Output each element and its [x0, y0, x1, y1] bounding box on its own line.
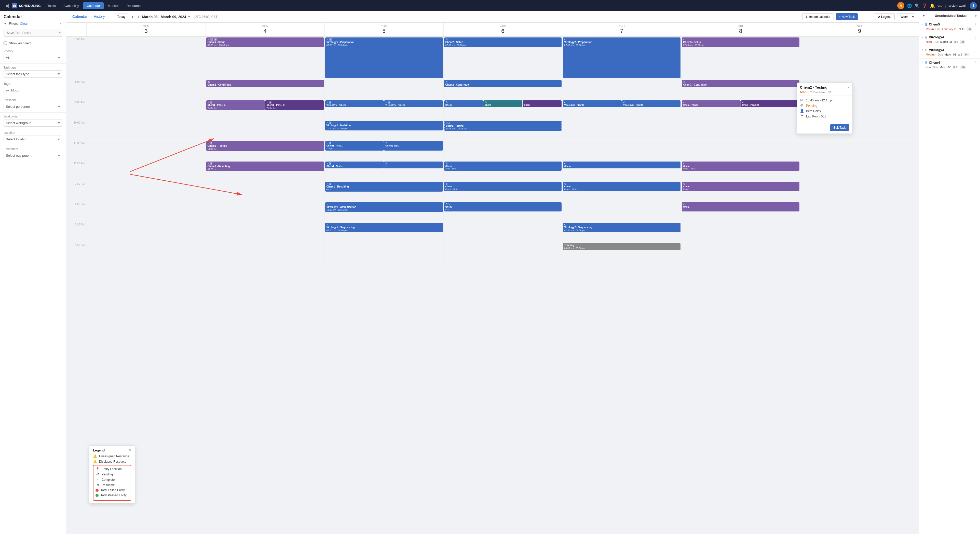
task-card[interactable]: ✓ 8 Virology1 - Isolation 10:30 am - 12:…: [325, 121, 443, 131]
cell-sun-9am[interactable]: [87, 100, 205, 120]
task-card[interactable]: ⏱ Chem2 - Setup 07:00 am - 08:00 am: [444, 37, 562, 47]
task-card[interactable]: ✓ 4 Virology1 - Pipette: [384, 100, 442, 107]
cell-fri-4pm[interactable]: [681, 242, 800, 263]
workgroup-select[interactable]: Select workgroup: [3, 119, 62, 127]
cell-wed-3pm[interactable]: [443, 222, 562, 242]
task-type-select[interactable]: Select task type: [3, 70, 62, 78]
cell-thu-7am[interactable]: ⏱ Virology2 - Preparation 07:00 am - 09:…: [562, 37, 681, 80]
cell-fri-9am[interactable]: ⏱ Chem - Panel ⏱ Chem - Panel C: [681, 100, 800, 120]
unscheduled-item-chem5[interactable]: › ⛓ Chem5 ⋮ Rerun Due February 28 ⊞ 11 9…: [919, 21, 980, 33]
today-button[interactable]: Today: [114, 13, 129, 20]
task-card[interactable]: ⏱ Chem 02:0...: [682, 202, 799, 212]
cell-tue-10am[interactable]: ✓ 8 Virology1 - Isolation 10:30 am - 12:…: [325, 120, 443, 140]
task-card[interactable]: ✓ 6 Chem1 - Test... -15 p...: [325, 141, 384, 151]
cell-thu-10am[interactable]: [562, 120, 681, 140]
cell-thu-8am[interactable]: [562, 80, 681, 100]
priority-select[interactable]: All: [3, 54, 62, 61]
task-card[interactable]: ⏱ Chem3 - Centrifuge: [682, 80, 799, 87]
cell-sat-1pm[interactable]: [800, 182, 919, 202]
cell-sat-12pm[interactable]: [800, 161, 919, 182]
cell-thu-1pm[interactable]: ⏱ Chem Resul... 01:3...: [562, 182, 681, 202]
task-card[interactable]: ⏱ Chem: [563, 161, 681, 168]
sub-tab-calendar[interactable]: Calendar: [70, 13, 90, 20]
cell-mon-4pm[interactable]: [205, 242, 325, 263]
cell-wed-2pm[interactable]: ⏱⚠ Chem 02:0...: [443, 202, 562, 222]
new-task-button[interactable]: + New Task: [836, 13, 858, 21]
cell-sat-4pm[interactable]: [800, 242, 919, 263]
back-button[interactable]: ◀: [3, 2, 11, 10]
cell-sun-7am[interactable]: [87, 37, 205, 80]
task-card[interactable]: ⏱ 1: [384, 161, 442, 168]
task-card[interactable]: ✓ 6 Chem1 - Panel C 09:30 a...: [265, 100, 324, 110]
task-card[interactable]: Training 04:00 pm - 05:30 pm: [563, 243, 681, 250]
task-card[interactable]: ⏱⚠ Chem 02:0...: [444, 202, 562, 212]
task-card[interactable]: ⏱ Virology2 - Sequencing 02:30 pm - 04:0…: [563, 223, 681, 232]
cell-wed-9am[interactable]: ⏱ Chem ⏱ Chem ⏱ Chem: [443, 100, 562, 120]
cell-tue-11am[interactable]: ✓ 6 Chem1 - Test... -15 p... ⏱ Chem2 Tes…: [325, 140, 443, 161]
cell-tue-12pm[interactable]: ✓ 6 Chem1 - Testi... ⏱ 1: [325, 161, 443, 182]
cell-wed-11am[interactable]: [443, 140, 562, 161]
cell-fri-3pm[interactable]: [681, 222, 800, 242]
cell-thu-12pm[interactable]: ⏱ Chem: [562, 161, 681, 182]
cell-wed-10am[interactable]: ⏱⚠ Chem2 - Testing 10:45 am - 12:15 pm: [443, 120, 562, 140]
cell-sun-8am[interactable]: [87, 80, 205, 100]
help-icon[interactable]: ❓: [922, 3, 927, 8]
prev-week-button[interactable]: ‹: [130, 14, 135, 20]
task-card[interactable]: ✓ 6 Chem1 - Resulting 02:00 p...: [325, 182, 443, 191]
cell-tue-2pm[interactable]: ✓ Virology1 - Amplification 12:15 pm - 0…: [325, 202, 443, 222]
cell-fri-2pm[interactable]: ⏱ Chem 02:0...: [681, 202, 800, 222]
cell-sat-3pm[interactable]: [800, 222, 919, 242]
task-card[interactable]: ✓ 8 Virology1 - Preparation 07:00 am - 0…: [325, 37, 443, 78]
task-card[interactable]: ⏱ Chem Testi... 11:4...: [444, 161, 562, 171]
cell-fri-12pm[interactable]: ⏱ Chem Resul... 09:3...: [681, 161, 800, 182]
cell-wed-12pm[interactable]: ⏱ Chem Testi... 11:4...: [443, 161, 562, 182]
view-select[interactable]: Week: [897, 13, 915, 21]
task-card[interactable]: 9 Chem1 - Centrifuge: [206, 80, 324, 87]
collapse-sidebar-button[interactable]: ⟨|: [60, 21, 62, 26]
task-card[interactable]: ⏱ Chem Resul... 01:3...: [563, 182, 681, 191]
cell-sun-2pm[interactable]: [87, 202, 205, 222]
cell-fri-8am[interactable]: ⏱ Chem3 - Centrifuge: [681, 80, 800, 100]
unscheduled-item-virology3[interactable]: › ⛓ Virology3 ⋮ Medium Due March 08 ⊞ 6 …: [919, 46, 980, 59]
cell-mon-2pm[interactable]: [205, 202, 325, 222]
cell-sun-12pm[interactable]: [87, 161, 205, 182]
cell-sun-4pm[interactable]: [87, 242, 205, 263]
search-icon[interactable]: 🔍: [915, 3, 920, 8]
cell-sun-11am[interactable]: [87, 140, 205, 161]
task-card[interactable]: ⏱ Virology2 - Preparation 07:00 am - 09:…: [563, 37, 681, 78]
cell-fri-1pm[interactable]: ⏱ Chem Resul...: [681, 182, 800, 202]
cell-mon-9am[interactable]: ✓ 3 Chem1 - Panel B 09:30 a... ✓ 6 Chem1…: [205, 100, 325, 120]
cell-tue-4pm[interactable]: [325, 242, 443, 263]
calendar-scroll[interactable]: 7:00 AM ✓ 1 9 Chem1 - Setup 07:00 am: [66, 37, 919, 534]
legend-close-button[interactable]: ×: [129, 448, 131, 452]
task-card[interactable]: ⏱ Chem Resul...: [682, 182, 799, 191]
nav-tab-resources[interactable]: Resources: [123, 2, 146, 9]
task-card[interactable]: ⏱ Chem2 - Centrifuge: [444, 80, 562, 87]
cell-fri-7am[interactable]: ⏱ Chem3 - Setup 07:00 am - 08:00 am: [681, 37, 800, 80]
cell-tue-7am[interactable]: ✓ 8 Virology1 - Preparation 07:00 am - 0…: [325, 37, 443, 80]
cell-thu-2pm[interactable]: [562, 202, 681, 222]
cell-sun-10am[interactable]: [87, 120, 205, 140]
task-card[interactable]: ⏱ Chem - Panel: [682, 100, 740, 107]
cell-tue-3pm[interactable]: ✓ Virology1 - Sequencing 02:30 pm - 04:0…: [325, 222, 443, 242]
task-card[interactable]: ⏱ Chem: [523, 100, 562, 107]
personnel-select[interactable]: Select personnel: [3, 103, 62, 110]
cell-sun-3pm[interactable]: [87, 222, 205, 242]
task-card[interactable]: ✓ 6 Chem1 - Testi...: [325, 161, 384, 168]
date-range[interactable]: March 03 - March 09, 2024: [142, 15, 186, 19]
cell-sun-1pm[interactable]: [87, 182, 205, 202]
task-card[interactable]: ✓ 3 Chem1 - Testing 11:45 a...: [206, 141, 324, 151]
edit-task-button[interactable]: Edit Task: [830, 124, 850, 131]
clear-filters-link[interactable]: Clear: [20, 22, 28, 26]
task-card[interactable]: ⏱ Chem: [444, 100, 483, 107]
cell-sat-2pm[interactable]: [800, 202, 919, 222]
task-more-icon[interactable]: ⋮: [974, 48, 977, 52]
task-card[interactable]: ✓ 3 Chem1 - Resulting 01:30 pm...: [206, 161, 324, 171]
import-calendar-button[interactable]: ⬇ Import calendar: [802, 13, 834, 21]
cell-mon-8am[interactable]: 9 Chem1 - Centrifuge: [205, 80, 325, 100]
task-card[interactable]: ⏱ Chem: [484, 100, 522, 107]
cell-thu-11am[interactable]: [562, 140, 681, 161]
filter-preset-select[interactable]: Save Filter Preset: [3, 29, 62, 37]
task-card[interactable]: ⏱ Chem Resul... 01:3...: [444, 182, 562, 191]
unscheduled-item-chem4[interactable]: › ⛓ Chem4 ⋮ Low Due March 08 ⊞ 11 9h: [919, 59, 980, 71]
